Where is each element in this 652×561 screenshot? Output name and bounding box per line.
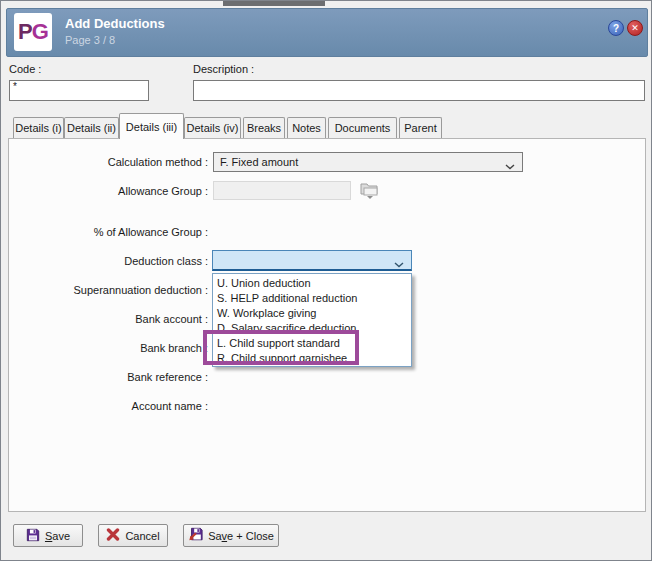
bank-branch-label: Bank branch :: [11, 342, 208, 354]
cancel-button[interactable]: Cancel: [98, 524, 168, 547]
dropdown-option-help-additional[interactable]: S. HELP additional reduction: [213, 291, 411, 306]
help-icon[interactable]: ?: [608, 20, 624, 36]
tab-notes[interactable]: Notes: [287, 117, 326, 138]
dropdown-option-salary-sacrifice[interactable]: D. Salary sacrifice deduction: [213, 321, 411, 336]
save-close-button-label: Save + Close: [208, 530, 274, 542]
deduction-class-label: Deduction class :: [11, 255, 208, 267]
allowance-group-input: [213, 181, 351, 200]
save-button-label: Save: [45, 530, 70, 542]
dropdown-option-workplace-giving[interactable]: W. Workplace giving: [213, 306, 411, 321]
description-input[interactable]: [193, 80, 645, 101]
deduction-class-dropdown-list: U. Union deduction S. HELP additional re…: [212, 273, 412, 367]
allowance-group-lookup-icon: [357, 180, 381, 200]
save-close-button[interactable]: Save + Close: [183, 524, 279, 547]
close-icon[interactable]: ✕: [627, 20, 643, 36]
tab-breaks[interactable]: Breaks: [243, 117, 285, 138]
cancel-button-label: Cancel: [125, 530, 159, 542]
account-name-label: Account name :: [11, 400, 208, 412]
description-label: Description :: [193, 63, 254, 75]
chevron-down-icon: [505, 160, 515, 172]
pct-allowance-group-label: % of Allowance Group :: [11, 226, 208, 238]
save-button[interactable]: Save: [13, 524, 83, 547]
dropdown-option-child-support-garnishee[interactable]: R. Child support garnishee: [213, 351, 411, 366]
save-icon: [26, 528, 40, 544]
chevron-down-icon: [394, 258, 404, 270]
add-deductions-dialog: PG Add Deductions Page 3 / 8 ? ✕ Code : …: [0, 0, 652, 561]
dialog-title: Add Deductions: [65, 16, 165, 31]
logo-letter-p: P: [18, 19, 32, 45]
superannuation-deduction-label: Superannuation deduction :: [11, 284, 208, 296]
tab-documents[interactable]: Documents: [328, 117, 397, 138]
code-input[interactable]: *: [9, 80, 149, 101]
calculation-method-select[interactable]: F. Fixed amount: [213, 152, 523, 172]
save-close-icon: [188, 527, 203, 544]
allowance-group-label: Allowance Group :: [11, 185, 208, 197]
tab-details-i[interactable]: Details (i): [13, 117, 64, 138]
dropdown-option-union-deduction[interactable]: U. Union deduction: [213, 276, 411, 291]
app-logo: PG: [14, 13, 52, 51]
tab-parent[interactable]: Parent: [399, 117, 442, 138]
calculation-method-label: Calculation method :: [11, 156, 208, 168]
calculation-method-value: F. Fixed amount: [220, 156, 298, 168]
bank-reference-label: Bank reference :: [11, 371, 208, 383]
bank-account-label: Bank account :: [11, 313, 208, 325]
dropdown-option-child-support-standard[interactable]: L. Child support standard: [213, 336, 411, 351]
page-indicator: Page 3 / 8: [65, 34, 115, 46]
tab-details-ii[interactable]: Details (ii): [64, 117, 119, 138]
deduction-class-select[interactable]: [212, 250, 412, 271]
background-window-artifact: [223, 1, 325, 6]
code-label: Code :: [9, 63, 41, 75]
tab-details-iii[interactable]: Details (iii): [119, 113, 184, 139]
cancel-x-icon: [106, 528, 120, 543]
logo-letter-g: G: [32, 19, 48, 45]
tab-details-iv[interactable]: Details (iv): [184, 117, 241, 138]
